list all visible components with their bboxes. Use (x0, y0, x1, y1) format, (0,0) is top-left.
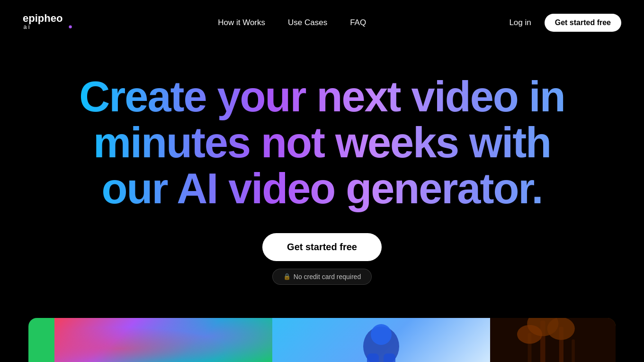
svg-text:ai: ai (24, 24, 31, 30)
gallery-item-dark-trees[interactable] (490, 318, 616, 362)
trees-svg (490, 318, 616, 362)
gallery-colorful-inner (54, 318, 272, 362)
logo[interactable]: epipheo ai (23, 9, 75, 37)
svg-text:epipheo: epipheo (23, 12, 63, 24)
svg-rect-6 (384, 353, 395, 362)
gallery-item-green (28, 318, 54, 362)
svg-point-14 (547, 318, 575, 340)
svg-rect-5 (367, 353, 379, 362)
get-started-nav-button[interactable]: Get started free (545, 14, 621, 32)
no-credit-label: No credit card required (294, 273, 361, 281)
no-credit-badge: 🔒 No credit card required (272, 269, 372, 285)
svg-point-4 (371, 324, 392, 345)
lock-icon: 🔒 (283, 273, 291, 280)
login-link[interactable]: Log in (509, 18, 531, 27)
gallery-blue-inner (272, 318, 490, 362)
gallery-item-colorful[interactable] (54, 318, 272, 362)
hero-cta: Get started free 🔒 No credit card requir… (262, 233, 382, 285)
hero-section: Create your next video in minutes not we… (0, 45, 644, 304)
navbar: epipheo ai How it Works Use Cases FAQ Lo… (0, 0, 644, 45)
gallery-item-blue-char[interactable] (272, 318, 490, 362)
logo-image: epipheo ai (23, 9, 75, 37)
character-svg (353, 320, 410, 362)
hero-title: Create your next video in minutes not we… (62, 74, 582, 212)
video-gallery (28, 318, 616, 362)
svg-point-2 (69, 26, 72, 28)
svg-point-13 (517, 325, 542, 344)
nav-links: How it Works Use Cases FAQ (218, 18, 366, 27)
nav-actions: Log in Get started free (509, 14, 621, 32)
svg-rect-11 (572, 339, 575, 362)
nav-faq[interactable]: FAQ (350, 18, 366, 27)
get-started-hero-button[interactable]: Get started free (262, 233, 382, 261)
nav-use-cases[interactable]: Use Cases (288, 18, 327, 27)
nav-how-it-works[interactable]: How it Works (218, 18, 265, 27)
